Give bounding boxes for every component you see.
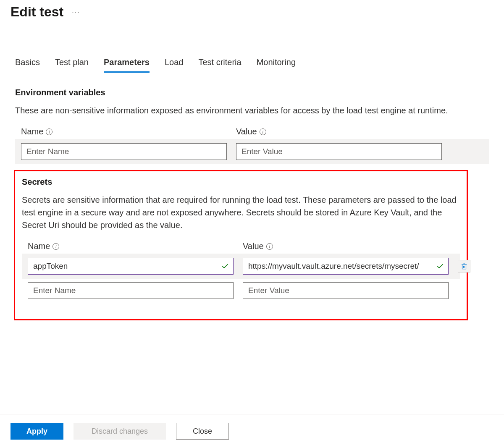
tabs: Basics Test plan Parameters Load Test cr… <box>0 58 504 73</box>
secrets-row <box>22 254 460 279</box>
tab-monitoring[interactable]: Monitoring <box>257 58 296 73</box>
tab-test-plan[interactable]: Test plan <box>55 58 89 73</box>
secrets-name-header: Name <box>28 241 50 251</box>
info-icon[interactable]: i <box>46 128 52 135</box>
env-name-input[interactable] <box>21 143 227 160</box>
tab-basics[interactable]: Basics <box>15 58 40 73</box>
discard-changes-button[interactable]: Discard changes <box>74 423 166 440</box>
delete-button[interactable] <box>458 260 470 272</box>
secrets-section: Secrets Secrets are sensitive informatio… <box>14 170 468 320</box>
info-icon[interactable]: i <box>260 128 266 135</box>
info-icon[interactable]: i <box>266 243 273 250</box>
secrets-section-title: Secrets <box>22 177 460 187</box>
tab-parameters[interactable]: Parameters <box>104 58 150 73</box>
secrets-value-header: Value <box>243 241 264 251</box>
footer: Apply Discard changes Close <box>0 414 504 448</box>
env-value-header: Value <box>236 127 257 136</box>
secret-name-input-empty[interactable] <box>28 282 234 299</box>
secret-value-input[interactable] <box>243 258 449 275</box>
env-input-row <box>15 139 489 164</box>
page-title: Edit test <box>10 4 63 20</box>
env-section-title: Environment variables <box>15 88 489 97</box>
close-button[interactable]: Close <box>176 423 229 440</box>
secrets-empty-row <box>22 279 460 302</box>
secret-name-input[interactable] <box>28 258 234 275</box>
apply-button[interactable]: Apply <box>10 423 63 440</box>
tab-load[interactable]: Load <box>165 58 184 73</box>
secrets-section-desc: Secrets are sensitive information that a… <box>22 194 460 231</box>
more-actions-icon[interactable]: ··· <box>72 8 80 16</box>
info-icon[interactable]: i <box>52 243 59 250</box>
secret-value-input-empty[interactable] <box>243 282 449 299</box>
env-value-input[interactable] <box>236 143 442 160</box>
env-section-desc: These are non-sensitive information expo… <box>15 104 489 117</box>
tab-test-criteria[interactable]: Test criteria <box>198 58 241 73</box>
env-name-header: Name <box>21 127 43 136</box>
